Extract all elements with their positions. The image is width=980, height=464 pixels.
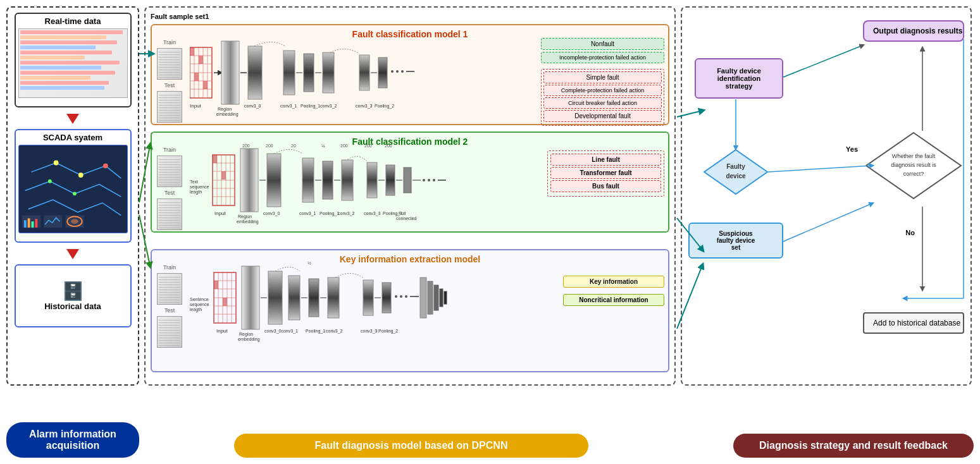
svg-rect-26 — [199, 56, 203, 64]
svg-rect-7 — [23, 220, 26, 228]
svg-line-162 — [783, 204, 872, 241]
output-incomplete: Incomplete-protection failed action — [541, 52, 664, 63]
svg-text:device: device — [726, 173, 746, 180]
svg-rect-46 — [323, 52, 334, 93]
no-label: No — [905, 229, 915, 236]
svg-rect-31 — [221, 41, 239, 104]
data-screen — [18, 28, 128, 98]
svg-point-145 — [405, 295, 407, 298]
svg-text:¼: ¼ — [321, 143, 325, 148]
svg-text:Region: Region — [238, 214, 252, 219]
fault-correct-shape: Whether the fault diagnosis result is co… — [863, 128, 964, 204]
svg-rect-89 — [342, 160, 353, 200]
output-transformer-fault: Transformer fault — [550, 167, 661, 179]
svg-rect-147 — [420, 278, 426, 318]
train-test-1: Train Test — [157, 39, 182, 123]
output-boxes-2: Line fault Transformer fault Bus fault — [547, 150, 664, 197]
svg-rect-8 — [27, 218, 30, 228]
svg-rect-148 — [428, 281, 433, 314]
svg-point-53 — [391, 70, 394, 73]
svg-point-106 — [433, 179, 435, 181]
svg-text:Full: Full — [399, 211, 406, 216]
svg-text:Pooling_1: Pooling_1 — [301, 104, 320, 109]
real-time-title: Real-time data — [18, 16, 128, 26]
svg-text:length: length — [190, 190, 202, 195]
output-bus-fault: Bus fault — [550, 180, 661, 192]
svg-text:20: 20 — [291, 143, 296, 148]
output-simple: Simple fault — [543, 71, 662, 83]
svg-text:Input: Input — [214, 211, 226, 216]
test-img-3 — [157, 316, 182, 348]
svg-point-143 — [395, 295, 397, 298]
svg-rect-122 — [223, 298, 227, 306]
output-complete-prot: Complete-protection failed action — [543, 85, 662, 96]
svg-text:conv3_0: conv3_0 — [263, 211, 280, 216]
bottom-label-middle: Fault diagnosis model based on DPCNN — [234, 434, 588, 458]
svg-point-14 — [71, 219, 78, 224]
output-line-fault: Line fault — [550, 154, 661, 166]
svg-rect-48 — [359, 55, 369, 90]
svg-rect-100 — [404, 168, 411, 193]
svg-text:conv3_0: conv3_0 — [244, 104, 261, 109]
cnn-arch-3: Sentence sequence length Input Re — [190, 260, 544, 361]
svg-rect-73 — [240, 149, 258, 212]
svg-rect-70 — [213, 155, 217, 163]
svg-text:Region: Region — [218, 107, 232, 112]
faulty-device-strategy-label: Faulty device identification strategy — [695, 58, 783, 99]
svg-rect-138 — [363, 280, 373, 315]
svg-rect-129 — [288, 276, 300, 320]
train-img-2 — [157, 156, 182, 187]
bottom-label-right: Diagnosis strategy and result feedback — [733, 434, 974, 458]
svg-point-104 — [423, 179, 425, 181]
svg-text:Region: Region — [239, 332, 253, 337]
svg-text:conv3_2: conv3_2 — [320, 104, 337, 109]
svg-text:conv3_1: conv3_1 — [299, 211, 316, 216]
svg-rect-71 — [221, 171, 226, 180]
cnn-arch-1: Input Region embedding conv3_0 co — [190, 35, 544, 117]
svg-rect-132 — [309, 279, 319, 317]
svg-text:200: 200 — [340, 143, 348, 148]
scada-map-svg — [19, 145, 127, 233]
svg-text:Pooling_2: Pooling_2 — [378, 329, 398, 334]
svg-text:length: length — [190, 307, 202, 312]
svg-point-5 — [73, 192, 77, 195]
svg-rect-141 — [382, 283, 391, 313]
train-test-3: Train Test — [157, 264, 182, 348]
cnn-arch-2: Text sequence length Input Region — [190, 142, 544, 224]
output-boxes-3: Key information Noncritical information — [563, 276, 664, 307]
svg-text:conv3_3: conv3_3 — [361, 329, 378, 334]
fault-correct-diamond: Whether the fault diagnosis result is co… — [863, 128, 964, 206]
svg-text:Pooling_2: Pooling_2 — [375, 104, 394, 109]
svg-text:Input: Input — [190, 103, 202, 109]
train-img-3 — [157, 273, 182, 305]
yes-label: Yes — [846, 145, 858, 153]
scada-box: SCADA syatem — [15, 129, 132, 243]
svg-rect-51 — [378, 58, 387, 88]
sample-set-1-label: Fault sample set1 — [151, 13, 209, 20]
svg-text:Faulty: Faulty — [726, 163, 745, 170]
svg-rect-27 — [194, 73, 199, 81]
svg-rect-43 — [304, 54, 314, 92]
svg-text:Whether the fault: Whether the fault — [892, 153, 936, 159]
scada-screen — [18, 145, 128, 233]
svg-point-1 — [53, 161, 58, 166]
faulty-device-diamond: Faulty device — [701, 147, 771, 200]
svg-rect-28 — [203, 81, 208, 89]
section-middle: Fault sample set1 Fault sample set2 Alar… — [144, 6, 676, 386]
output-key-info: Key information — [563, 276, 664, 288]
svg-marker-152 — [704, 150, 767, 194]
suspicious-device-label: Suspicious faulty device set — [688, 223, 783, 259]
output-circuit: Circuit breaker failed action — [543, 97, 662, 109]
svg-text:embedding: embedding — [216, 112, 239, 117]
faulty-device-shape: Faulty device — [701, 147, 771, 197]
svg-line-161 — [768, 166, 872, 172]
test-img-2 — [157, 198, 182, 230]
model-box-1: Fault classification model 1 Train Test — [151, 24, 669, 125]
faulty-device-strategy-box: Faulty device identification strategy — [695, 58, 783, 99]
train-label-1: Train — [163, 39, 176, 46]
svg-text:correct?: correct? — [903, 171, 924, 177]
svg-rect-82 — [302, 158, 314, 202]
svg-text:conv3_2: conv3_2 — [326, 329, 343, 334]
svg-rect-121 — [214, 281, 218, 289]
svg-text:conv3_2: conv3_2 — [338, 211, 355, 216]
